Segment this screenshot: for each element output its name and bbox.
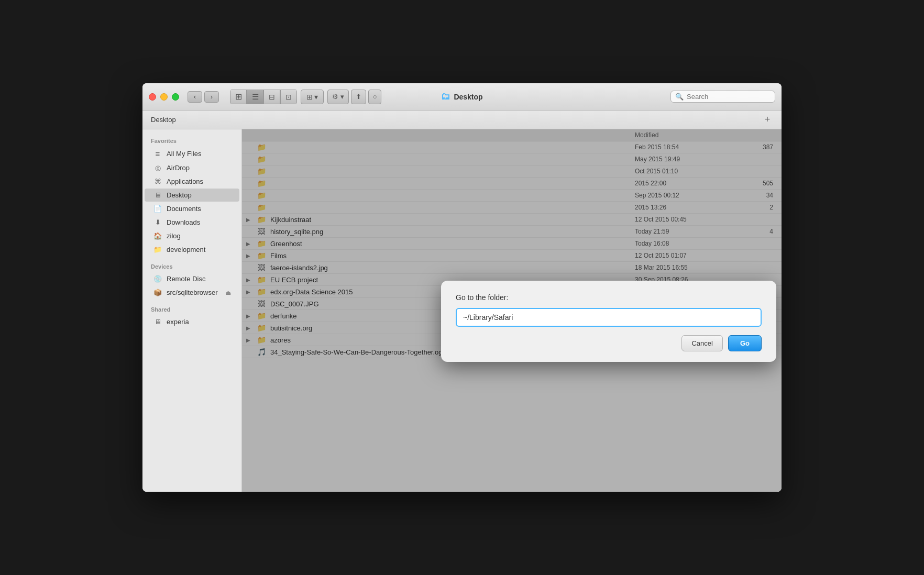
dialog-title: Go to the folder:: [456, 293, 762, 302]
sidebar-item-airdrop[interactable]: ◎ AirDrop: [145, 161, 239, 174]
sidebar-item-label: zilog: [167, 232, 181, 240]
sidebar-item-zilog[interactable]: 🏠 zilog: [145, 229, 239, 242]
applications-icon: ⌘: [153, 178, 162, 185]
sidebar-item-label: Applications: [167, 178, 203, 185]
zilog-icon: 🏠: [153, 232, 162, 240]
experia-icon: 🖥: [153, 318, 162, 326]
cancel-button[interactable]: Cancel: [681, 335, 722, 351]
sidebar-item-desktop[interactable]: 🖥 Desktop: [145, 189, 239, 202]
sidebar-item-label: Remote Disc: [167, 275, 205, 283]
breadcrumb-title: Desktop: [151, 116, 176, 124]
title-folder-icon: 🗂: [441, 91, 450, 102]
add-button[interactable]: +: [762, 114, 773, 126]
airdrop-icon: ◎: [153, 164, 162, 172]
development-icon: 📁: [153, 246, 162, 253]
search-input[interactable]: [687, 93, 771, 101]
folder-path-input[interactable]: [456, 308, 762, 327]
file-list-area: Modified 📁 Feb 2015 18:54 387 📁: [242, 129, 782, 492]
sidebar-item-label: Downloads: [167, 218, 200, 226]
view-controls: ⊞ ☰ ⊟ ⊡ ⊞ ▾ ⚙ ▾ ⬆ ○: [229, 90, 381, 104]
favorites-label: Favorites: [142, 135, 241, 146]
go-to-folder-dialog: Go to the folder: Cancel Go: [441, 281, 776, 362]
main-content: Favorites ≡ All My Files ◎ AirDrop ⌘ App…: [142, 129, 782, 492]
sidebar-item-label: Documents: [167, 205, 201, 213]
list-view-button[interactable]: ☰: [247, 90, 263, 104]
src-sqlitebrowser-icon: 📦: [153, 289, 162, 296]
window-title-area: 🗂 Desktop: [441, 91, 482, 102]
minimize-button[interactable]: [160, 93, 168, 101]
cover-view-button[interactable]: ⊡: [280, 90, 297, 104]
sidebar-item-remote-disc[interactable]: 💿 Remote Disc: [145, 272, 239, 285]
back-button[interactable]: ‹: [188, 91, 202, 103]
sidebar-item-applications[interactable]: ⌘ Applications: [145, 175, 239, 188]
search-icon: 🔍: [675, 93, 684, 101]
eject-icon[interactable]: ⏏: [225, 289, 231, 296]
traffic-lights: [149, 93, 179, 101]
title-bar: ‹ › ⊞ ☰ ⊟ ⊡ ⊞ ▾ ⚙ ▾ ⬆ ○ 🗂 Desktop 🔍: [142, 83, 782, 110]
sidebar-item-experia[interactable]: 🖥 experia: [145, 315, 239, 328]
sidebar-item-label: Desktop: [167, 191, 192, 199]
sidebar-item-src-sqlitebrowser[interactable]: 📦 src/sqlitebrowser ⏏: [145, 286, 239, 299]
sidebar-item-label: src/sqlitebrowser: [167, 289, 218, 296]
breadcrumb-bar: Desktop +: [142, 110, 782, 129]
sidebar-item-label: experia: [167, 318, 189, 326]
sidebar-item-downloads[interactable]: ⬇ Downloads: [145, 216, 239, 229]
sidebar-item-documents[interactable]: 📄 Documents: [145, 202, 239, 215]
devices-label: Devices: [142, 260, 241, 272]
arrange-group: ⊞ ▾: [301, 90, 324, 104]
view-mode-group: ⊞ ☰ ⊟ ⊡: [230, 90, 297, 104]
icon-view-button[interactable]: ⊞: [230, 90, 247, 104]
nav-buttons: ‹ ›: [188, 91, 219, 103]
modal-overlay: Go to the folder: Cancel Go: [242, 129, 782, 492]
close-button[interactable]: [149, 93, 156, 101]
sidebar-item-all-my-files[interactable]: ≡ All My Files: [145, 147, 239, 161]
search-bar[interactable]: 🔍: [670, 91, 775, 103]
shared-label: Shared: [142, 303, 241, 315]
forward-button[interactable]: ›: [204, 91, 219, 103]
arrange-button[interactable]: ⊞ ▾: [301, 90, 324, 104]
dialog-buttons: Cancel Go: [456, 335, 762, 351]
go-button[interactable]: Go: [728, 335, 762, 351]
maximize-button[interactable]: [172, 93, 179, 101]
finder-window: ‹ › ⊞ ☰ ⊟ ⊡ ⊞ ▾ ⚙ ▾ ⬆ ○ 🗂 Desktop 🔍: [142, 83, 782, 492]
tag-button[interactable]: ○: [368, 90, 382, 104]
sidebar-item-label: All My Files: [167, 150, 201, 158]
sidebar-item-development[interactable]: 📁 development: [145, 243, 239, 256]
window-title: Desktop: [454, 93, 482, 101]
share-button[interactable]: ⬆: [351, 90, 366, 104]
downloads-icon: ⬇: [153, 218, 162, 226]
column-view-button[interactable]: ⊟: [263, 90, 280, 104]
sidebar: Favorites ≡ All My Files ◎ AirDrop ⌘ App…: [142, 129, 242, 492]
desktop-icon: 🖥: [153, 191, 162, 199]
remote-disc-icon: 💿: [153, 275, 162, 283]
all-my-files-icon: ≡: [153, 149, 162, 158]
documents-icon: 📄: [153, 205, 162, 213]
sidebar-item-label: AirDrop: [167, 164, 190, 172]
sidebar-item-label: development: [167, 246, 205, 253]
action-button[interactable]: ⚙ ▾: [327, 90, 349, 104]
